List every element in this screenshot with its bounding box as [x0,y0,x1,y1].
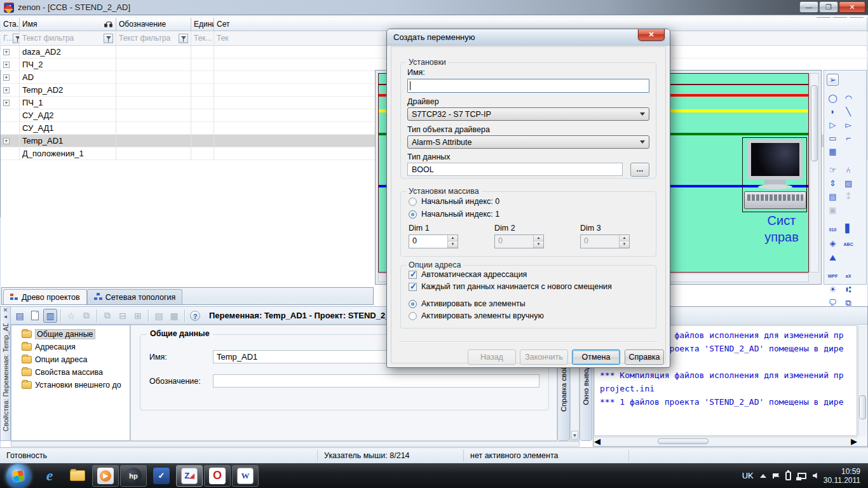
taskbar-zenon[interactable]: Z◢ [176,465,203,487]
props-help-button[interactable]: ? [188,309,202,323]
checkbox-checked-icon[interactable] [409,283,417,291]
folder-address-options[interactable]: Опции адреса [13,353,128,366]
filter-funnel-icon[interactable] [179,34,188,43]
output-vertical-scrollbar[interactable] [858,325,867,436]
tool-invisible-button-icon[interactable]: ▨ [843,177,855,189]
expand-toggle[interactable]: + [3,138,10,144]
tool-gauge-icon[interactable]: ◈ [827,237,839,249]
cancel-button[interactable]: Отмена [572,349,620,365]
tab-project-tree[interactable]: Древо проектов [3,289,87,304]
spin-down-icon[interactable]: ▼ [448,241,458,248]
props-columns-button[interactable]: ⧉ [100,309,114,323]
network-icon[interactable] [797,473,806,479]
clock[interactable]: 10:59 30.11.2011 [824,467,860,485]
tool-arc-icon[interactable]: ◠ [843,92,855,104]
tool-digital-display-icon[interactable]: 010 [827,224,839,236]
radio-off-icon[interactable] [409,198,417,206]
props-collapse-button[interactable]: ⊟ [116,309,130,323]
tool-ellipse-icon[interactable]: ◯ [827,92,839,104]
automatic-addressing-checkbox[interactable]: Автоматическая адрессация [409,270,527,279]
folder-addressing[interactable]: Адресация [13,341,128,353]
taskbar-word[interactable]: W [232,465,259,487]
expand-toggle[interactable]: + [3,87,10,93]
start-index-1-option[interactable]: Начальный индекс: 1 [409,210,499,219]
tool-button-icon[interactable]: ☞ [827,164,839,176]
taskbar-opera[interactable]: O [204,465,231,487]
side-close-icon[interactable]: ✕ [1,307,10,313]
computer-element[interactable] [742,137,807,212]
filter-funnel-icon[interactable] [104,34,113,43]
checkbox-checked-icon[interactable] [409,271,417,279]
tool-pie-icon[interactable]: ◗ [827,105,839,118]
battery-icon[interactable] [785,471,791,480]
tool-switch-icon[interactable]: ⑃ [843,164,855,176]
name-filter-input[interactable]: Текст фильтра [20,31,116,45]
driver-combobox[interactable]: S7TCP32 - S7 TCP-IP [407,107,649,121]
expand-toggle[interactable]: + [3,62,10,68]
expand-toggle[interactable]: + [3,74,10,81]
filter-funnel-icon[interactable] [13,34,20,43]
folder-array-properties[interactable]: Свойства массива [13,366,128,379]
start-button[interactable] [6,464,31,488]
activate-elements-manually-option[interactable]: Активировать элементы вручную [409,311,544,320]
taskbar-sync-app[interactable]: ✓ [148,465,175,487]
tool-combobox-icon[interactable]: ▤ [827,191,839,203]
tool-slider-icon[interactable]: ⇕ [827,177,839,189]
window-close-button[interactable]: ✕ [839,1,865,13]
window-restore-button[interactable]: ❐ [819,1,838,13]
tool-text-icon[interactable]: ABC [843,238,855,250]
speaker-icon[interactable] [813,473,817,478]
props-tree-view-button[interactable]: ▤ [13,309,27,323]
data-type-browse-button[interactable]: ... [630,163,649,177]
tool-pipeline-icon[interactable]: ⑆ [843,283,855,295]
tool-wpf-icon[interactable]: WPF [827,270,839,282]
unit-filter-input[interactable]: Тек... [191,31,214,45]
props-expand-button[interactable]: ⊞ [131,309,145,323]
props-favorites-button[interactable]: ☆ [64,309,78,323]
dialog-close-button[interactable]: ✕ [638,29,665,41]
props-copy-button[interactable]: ⧉ [79,309,93,323]
keyboard-language-indicator[interactable]: UK [742,471,754,480]
expand-toggle[interactable]: + [3,49,10,55]
tool-listbox-icon[interactable]: ⁑ [843,191,855,203]
dialog-help-button[interactable]: Справка [625,349,664,365]
dialog-titlebar[interactable]: Создать переменную [387,29,670,46]
tool-activex-icon[interactable]: aX [843,270,855,282]
start-index-0-option[interactable]: Начальный индекс: 0 [409,197,499,206]
output-horizontal-scrollbar[interactable]: ◀▶ [594,437,857,445]
tool-polyline-icon[interactable]: ▻ [843,119,855,131]
tool-clock-icon[interactable]: ☀ [827,283,839,295]
tray-expand-icon[interactable] [760,474,766,478]
tool-pointer-icon[interactable]: ➢ [827,74,839,86]
tool-polygon-icon[interactable]: ▷ [827,119,839,131]
radio-on-icon[interactable] [409,210,417,219]
taskbar-media-player[interactable]: ▶ [92,465,119,487]
radio-on-icon[interactable] [409,300,417,308]
props-doc-view-button[interactable] [28,309,42,323]
taskbar-internet-explorer[interactable]: e [36,465,63,487]
folder-external-settings[interactable]: Установки внешнего до [13,379,128,391]
properties-horizontal-scrollbar[interactable] [11,441,580,447]
props-group-button[interactable]: ▤ [152,309,166,323]
tool-picture-icon[interactable]: ⛰ [827,252,839,264]
tool-step-line-icon[interactable]: ⌐ [843,132,855,144]
tool-rectangle-icon[interactable]: ▭ [827,132,839,144]
props-sort-button[interactable]: ▦ [167,309,181,323]
tool-frame-icon[interactable]: ▣ [827,204,839,216]
radio-off-icon[interactable] [409,312,417,320]
spin-up-icon[interactable]: ▲ [448,235,458,241]
dim1-spinner[interactable]: 0 ▲▼ [409,234,458,248]
folder-general-data[interactable]: Общие данные [13,328,128,341]
activate-all-elements-option[interactable]: Активировать все элементы [409,299,526,308]
props-layout-view-button[interactable]: ▥ [43,309,57,323]
driver-object-type-combobox[interactable]: Alarm-S Attribute [407,135,649,149]
variable-name-input[interactable] [407,79,649,93]
new-offset-checkbox[interactable]: Каждый тип данных начинается с нового см… [409,282,612,291]
side-pin-icon[interactable]: ◂ [1,313,10,320]
tab-network-topology[interactable]: Сетевая топология [87,289,182,304]
taskbar-hp[interactable]: hp [120,465,147,487]
window-minimize-button[interactable]: — [799,1,818,13]
taskbar-windows-explorer[interactable] [64,465,91,487]
designation-field[interactable] [213,374,539,388]
designation-filter-input[interactable]: Текст фильтра [116,31,191,45]
